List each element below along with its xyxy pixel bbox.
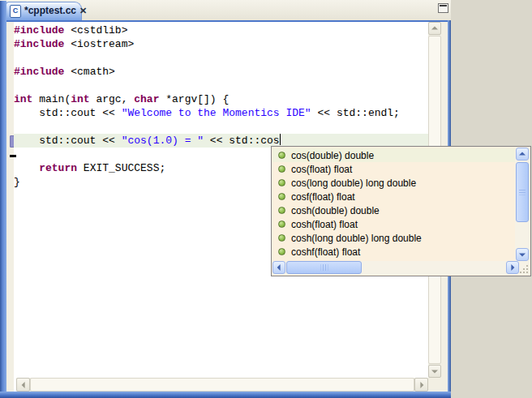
- code-line[interactable]: [14, 120, 428, 134]
- annotation-ruler[interactable]: [6, 22, 14, 392]
- horizontal-scrollbar-thumb[interactable]: [30, 378, 414, 392]
- code-token: #include: [14, 24, 64, 36]
- code-token: <cstdlib>: [64, 24, 127, 36]
- completion-item-label: cosh(float) float: [291, 219, 358, 230]
- tab-cpptest[interactable]: C *cpptest.cc ✕: [6, 2, 82, 20]
- code-token: int: [71, 93, 89, 105]
- public-method-icon: [278, 165, 285, 173]
- thumb-grip: [519, 190, 526, 195]
- completion-item-label: cos(float) float: [291, 164, 352, 175]
- scroll-down-button[interactable]: [428, 365, 441, 378]
- completion-item-label: cosh(long double) long double: [291, 233, 422, 244]
- code-token: main(: [32, 93, 71, 105]
- popup-scroll-right-button[interactable]: [506, 261, 519, 274]
- public-method-icon: [278, 207, 285, 214]
- tab-label: *cpptest.cc: [24, 5, 76, 16]
- code-token: std::cout <<: [14, 107, 122, 119]
- content-assist-popup: cos(double) doublecos(float) floatcos(lo…: [271, 146, 531, 276]
- arrow-right-icon: [420, 382, 423, 388]
- code-line[interactable]: #include <iostream>: [14, 37, 428, 51]
- arrow-up-icon: [431, 27, 438, 30]
- completion-item[interactable]: cos(double) double: [272, 148, 515, 162]
- code-line[interactable]: [14, 79, 428, 92]
- arrow-left-icon: [21, 382, 24, 388]
- code-token: char: [134, 93, 159, 105]
- completion-item[interactable]: cosh(long double) long double: [272, 231, 515, 245]
- completion-item[interactable]: cosh(float) float: [272, 217, 515, 231]
- code-line[interactable]: int main(int argc, char *argv[]) {: [14, 92, 428, 106]
- thumb-grip: [320, 264, 328, 271]
- popup-scroll-down-button[interactable]: [516, 248, 529, 261]
- code-token: "cos(1.0) = ": [122, 135, 204, 147]
- code-token: #include: [14, 66, 64, 78]
- code-token: std::cout <<: [14, 135, 122, 147]
- completion-item-label: cos(double) double: [291, 150, 374, 161]
- code-token: << std::endl;: [311, 107, 400, 119]
- completion-item[interactable]: cos(float) float: [272, 162, 515, 176]
- c-file-icon: C: [10, 5, 21, 18]
- code-token: argc,: [90, 93, 135, 105]
- code-token: << std::cos: [204, 135, 280, 147]
- popup-vertical-scrollbar[interactable]: [515, 148, 530, 261]
- public-method-icon: [278, 152, 285, 159]
- public-method-icon: [278, 193, 285, 200]
- code-token: <cmath>: [64, 66, 114, 78]
- text-cursor: [280, 134, 281, 145]
- completion-item-label: cosf(float) float: [291, 191, 355, 203]
- popup-resize-grip[interactable]: [519, 262, 530, 275]
- scrollbar-corner: [428, 378, 448, 392]
- popup-horizontal-scrollbar[interactable]: [272, 261, 530, 275]
- code-token: return: [39, 162, 77, 174]
- public-method-icon: [278, 220, 285, 228]
- ide-editor-window: C *cpptest.cc ✕ #include <cstdlib>#inclu…: [0, 0, 532, 398]
- popup-scroll-left-button[interactable]: [272, 261, 285, 274]
- public-method-icon: [278, 179, 285, 186]
- code-token: [14, 162, 39, 174]
- completion-list[interactable]: cos(double) doublecos(float) floatcos(lo…: [272, 148, 515, 261]
- code-token: <iostream>: [64, 38, 134, 50]
- arrow-right-icon: [511, 264, 514, 271]
- arrow-down-icon: [519, 253, 526, 256]
- completion-item-label: cosh(double) double: [291, 205, 380, 216]
- scroll-left-button[interactable]: [16, 378, 30, 392]
- completion-item[interactable]: cosf(float) float: [272, 190, 515, 203]
- popup-scroll-up-button[interactable]: [516, 148, 529, 160]
- editor-horizontal-scrollbar[interactable]: [16, 378, 428, 392]
- popup-hscroll-thumb[interactable]: [286, 261, 362, 274]
- arrow-up-icon: [519, 152, 526, 156]
- arrow-down-icon: [431, 370, 438, 373]
- code-token: #include: [14, 38, 64, 50]
- code-token: EXIT_SUCCESS;: [77, 162, 165, 174]
- code-token: "Welcome to the Momentics IDE": [122, 107, 311, 119]
- code-line[interactable]: std::cout << "Welcome to the Momentics I…: [14, 106, 428, 120]
- completion-item-label: cos(long double) long double: [291, 178, 416, 189]
- code-line[interactable]: #include <cstdlib>: [14, 24, 428, 37]
- editor-frame-bottom-border: [0, 392, 451, 398]
- public-method-icon: [278, 234, 285, 242]
- code-token: }: [14, 176, 20, 188]
- editor-frame-left-border: [0, 1, 6, 398]
- code-token: int: [14, 93, 32, 105]
- close-icon[interactable]: ✕: [79, 6, 87, 16]
- code-line[interactable]: #include <cmath>: [14, 65, 428, 79]
- scroll-right-button[interactable]: [414, 378, 428, 392]
- code-token: *argv[]) {: [159, 93, 229, 105]
- public-method-icon: [278, 248, 285, 255]
- completion-item[interactable]: cos(long double) long double: [272, 176, 515, 190]
- maximize-button[interactable]: [438, 3, 448, 13]
- popup-vscroll-thumb[interactable]: [516, 162, 529, 222]
- completion-item-label: coshf(float) float: [291, 246, 360, 258]
- code-line[interactable]: [14, 51, 428, 65]
- completion-item[interactable]: coshf(float) float: [272, 245, 515, 259]
- scroll-up-button[interactable]: [428, 22, 441, 35]
- completion-item[interactable]: cosh(double) double: [272, 203, 515, 217]
- editor-tab-bar: C *cpptest.cc ✕: [0, 0, 451, 22]
- arrow-left-icon: [277, 264, 281, 271]
